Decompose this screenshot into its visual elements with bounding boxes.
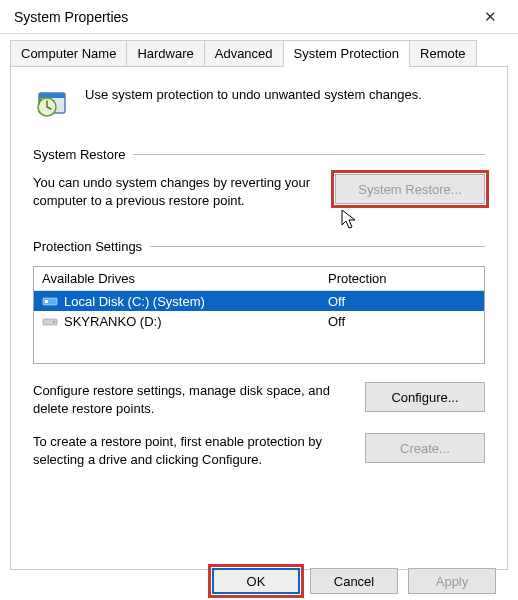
svg-point-7	[53, 321, 55, 323]
tab-computer-name[interactable]: Computer Name	[10, 40, 127, 67]
cancel-button[interactable]: Cancel	[310, 568, 398, 594]
ok-button[interactable]: OK	[212, 568, 300, 594]
system-restore-group-label: System Restore	[33, 147, 485, 162]
footer-buttons: OK Cancel Apply	[10, 558, 508, 594]
protection-status: Off	[320, 292, 484, 311]
cursor-icon	[341, 209, 359, 231]
configure-row: Configure restore settings, manage disk …	[33, 382, 485, 417]
configure-text: Configure restore settings, manage disk …	[33, 382, 345, 417]
tab-advanced[interactable]: Advanced	[204, 40, 284, 67]
create-row: To create a restore point, first enable …	[33, 433, 485, 468]
column-protection[interactable]: Protection	[320, 267, 484, 290]
window-title: System Properties	[14, 9, 470, 25]
table-row[interactable]: SKYRANKO (D:) Off	[34, 311, 484, 331]
divider	[133, 154, 485, 155]
drive-icon	[42, 315, 58, 327]
intro-text: Use system protection to undo unwanted s…	[85, 85, 422, 102]
tab-hardware[interactable]: Hardware	[126, 40, 204, 67]
svg-rect-5	[45, 300, 48, 303]
configure-button[interactable]: Configure...	[365, 382, 485, 412]
tab-remote[interactable]: Remote	[409, 40, 477, 67]
svg-rect-1	[39, 93, 65, 98]
titlebar: System Properties ✕	[0, 0, 518, 34]
system-restore-label: System Restore	[33, 147, 125, 162]
protection-status: Off	[320, 312, 484, 331]
create-button[interactable]: Create...	[365, 433, 485, 463]
system-protection-icon	[33, 85, 71, 123]
tab-system-protection[interactable]: System Protection	[283, 40, 411, 67]
restore-text: You can undo system changes by reverting…	[33, 174, 315, 209]
apply-button[interactable]: Apply	[408, 568, 496, 594]
drive-name: Local Disk (C:) (System)	[64, 294, 205, 309]
restore-row: You can undo system changes by reverting…	[33, 174, 485, 209]
drives-table: Available Drives Protection Local Disk (…	[33, 266, 485, 364]
tab-panel: Use system protection to undo unwanted s…	[10, 67, 508, 570]
drive-name: SKYRANKO (D:)	[64, 314, 162, 329]
intro-row: Use system protection to undo unwanted s…	[33, 81, 485, 123]
drive-icon	[42, 295, 58, 307]
column-drives[interactable]: Available Drives	[34, 267, 320, 290]
protection-settings-label: Protection Settings	[33, 239, 142, 254]
create-text: To create a restore point, first enable …	[33, 433, 345, 468]
tabs-row: Computer Name Hardware Advanced System P…	[10, 40, 508, 67]
system-restore-button[interactable]: System Restore...	[335, 174, 485, 204]
protection-settings-group-label: Protection Settings	[33, 239, 485, 254]
divider	[150, 246, 485, 247]
table-header: Available Drives Protection	[34, 267, 484, 291]
close-icon[interactable]: ✕	[470, 8, 510, 26]
table-row[interactable]: Local Disk (C:) (System) Off	[34, 291, 484, 311]
